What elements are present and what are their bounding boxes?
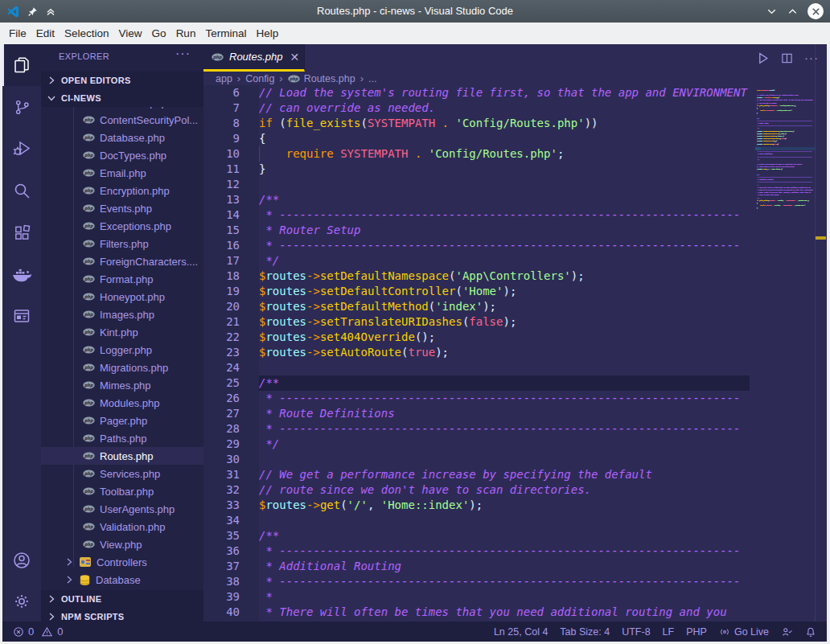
code-line-39[interactable]: 39 * [203,589,750,605]
tree-item-email-php[interactable]: phpEmail.php [41,164,203,182]
code-line-14[interactable]: 14 * -----------------------------------… [203,207,750,223]
menu-file[interactable]: File [4,23,31,44]
search-icon[interactable] [2,170,41,211]
code-line-8[interactable]: 8if (file_exists(SYSTEMPATH . 'Config/Ro… [203,116,750,131]
explorer-icon[interactable] [2,44,41,86]
code-line-35[interactable]: 35/** [203,528,750,544]
code-line-23[interactable]: 23$routes->setAutoRoute(true); [203,345,750,360]
tree-item-events-php[interactable]: phpEvents.php [41,199,203,217]
warnings-count[interactable]: 0 [57,626,63,638]
cursor-position[interactable]: Ln 25, Col 4 [494,626,548,638]
code-line-30[interactable]: 30 [203,452,750,467]
tree-item-exceptions-php[interactable]: phpExceptions.php [41,217,203,235]
menu-edit[interactable]: Edit [31,23,60,44]
breadcrumb-symbol[interactable]: ... [368,73,376,84]
code-line-31[interactable]: 31// We get a performance increase by sp… [203,467,750,482]
code-line-32[interactable]: 32// route since we don't have to scan d… [203,482,750,498]
code-line-25[interactable]: 25/** [203,375,750,391]
code-line-6[interactable]: 6// Load the system's routing file first… [203,85,750,100]
tree-item-foreigncharacters-[interactable]: phpForeignCharacters.... [41,252,203,270]
breadcrumb-file[interactable]: Routes.php [304,73,355,84]
tree-item-kint-php[interactable]: phpKint.php [41,323,203,341]
breadcrumb-config[interactable]: Config [245,73,274,84]
close-button[interactable] [807,3,824,19]
tree-item-filters-php[interactable]: phpFilters.php [41,235,203,252]
tab-routes-php[interactable]: php Routes.php ✕ [203,44,305,72]
code-line-9[interactable]: 9{ [203,131,750,146]
code-line-16[interactable]: 16 * -----------------------------------… [203,238,750,253]
minimize-button[interactable] [766,6,778,18]
tree-item-encryption-php[interactable]: phpEncryption.php [41,182,203,199]
section-npm-scripts[interactable]: NPM SCRIPTS [41,608,203,621]
tree-item-format-php[interactable]: phpFormat.php [41,270,203,288]
encoding[interactable]: UTF-8 [622,626,650,638]
tree-item-services-php[interactable]: phpServices.php [41,465,203,482]
tree-item-validation-php[interactable]: phpValidation.php [41,518,203,535]
notifications-bell-icon[interactable] [805,626,816,638]
feedback-icon[interactable] [781,626,793,638]
tree-item-migrations-php[interactable]: phpMigrations.php [41,359,203,376]
tree-item-database[interactable]: Database [41,571,203,589]
menu-view[interactable]: View [114,23,147,44]
go-live-button[interactable]: Go Live [719,626,769,638]
section-project[interactable]: CI-NEWS [41,89,203,107]
tree-item-honeypot-php[interactable]: phpHoneypot.php [41,288,203,306]
language-mode[interactable]: PHP [686,626,707,638]
code-line-7[interactable]: 7// can override as needed. [203,100,750,116]
tree-item-logger-php[interactable]: phpLogger.php [41,341,203,359]
tree-item-modules-php[interactable]: phpModules.php [41,394,203,412]
errors-count[interactable]: 0 [28,626,34,638]
code-area[interactable]: 6// Load the system's routing file first… [203,85,750,620]
tree-item-useragents-php[interactable]: phpUserAgents.php [41,500,203,518]
explorer-actions-icon[interactable]: ··· [175,47,191,61]
more-actions-icon[interactable]: ··· [804,54,819,62]
code-line-17[interactable]: 17 */ [203,253,750,269]
preview-window-icon[interactable] [2,295,41,337]
code-line-10[interactable]: 10 require SYSTEMPATH . 'Config/Routes.p… [203,146,750,162]
tab-close-icon[interactable]: ✕ [290,51,300,64]
tree-item-toolbar-php[interactable]: phpToolbar.php [41,482,203,500]
docker-icon[interactable] [2,253,41,295]
code-line-29[interactable]: 29 */ [203,437,750,452]
menu-terminal[interactable]: Terminal [200,23,251,44]
code-line-33[interactable]: 33$routes->get('/', 'Home::index'); [203,498,750,513]
code-line-15[interactable]: 15 * Router Setup [203,223,750,238]
menu-go[interactable]: Go [147,23,171,44]
tree-item-images-php[interactable]: phpImages.php [41,306,203,323]
tree-item-controllers[interactable]: Controllers [41,553,203,571]
tree-item-view-php[interactable]: phpView.php [41,535,203,553]
code-line-19[interactable]: 19$routes->setDefaultController('Home'); [203,284,750,299]
run-and-debug-icon[interactable] [2,128,41,170]
warnings-icon[interactable] [41,626,53,638]
code-line-26[interactable]: 26 * -----------------------------------… [203,391,750,406]
tree-item-pager-php[interactable]: phpPager.php [41,412,203,429]
maximize-button[interactable] [787,6,799,18]
code-line-18[interactable]: 18$routes->setDefaultNamespace('App\Cont… [203,269,750,284]
source-control-icon[interactable] [2,86,41,128]
code-line-34[interactable]: 34 [203,513,750,528]
code-line-38[interactable]: 38 * -----------------------------------… [203,574,750,589]
code-line-24[interactable]: 24 [203,360,750,375]
code-line-20[interactable]: 20$routes->setDefaultMethod('index'); [203,299,750,314]
split-editor-icon[interactable] [781,52,793,64]
minimap[interactable]: <?php namespace Config; // Create a new … [755,86,816,621]
code-line-36[interactable]: 36 * -----------------------------------… [203,544,750,559]
code-line-21[interactable]: 21$routes->setTranslateURIDashes(false); [203,314,750,330]
code-line-11[interactable]: 11} [203,162,750,177]
run-button[interactable] [756,51,770,65]
tree-item-routes-php[interactable]: phpRoutes.php [41,447,203,465]
section-open-editors[interactable]: OPEN EDITORS [41,72,203,89]
accounts-icon[interactable] [2,539,41,581]
code-line-13[interactable]: 13/** [203,192,750,207]
code-line-12[interactable]: 12 [203,177,750,192]
menu-selection[interactable]: Selection [60,23,114,44]
tree-item-doctypes-php[interactable]: phpDocTypes.php [41,146,203,164]
code-line-37[interactable]: 37 * Additional Routing [203,559,750,574]
menu-run[interactable]: Run [171,23,201,44]
tree-item-contentsecuritypol-[interactable]: phpContentSecurityPol... [41,111,203,129]
tab-size[interactable]: Tab Size: 4 [560,626,610,638]
breadcrumb-app[interactable]: app [216,73,232,84]
tree-item-mimes-php[interactable]: phpMimes.php [41,376,203,394]
menu-help[interactable]: Help [251,23,283,44]
tree-item-paths-php[interactable]: phpPaths.php [41,429,203,447]
